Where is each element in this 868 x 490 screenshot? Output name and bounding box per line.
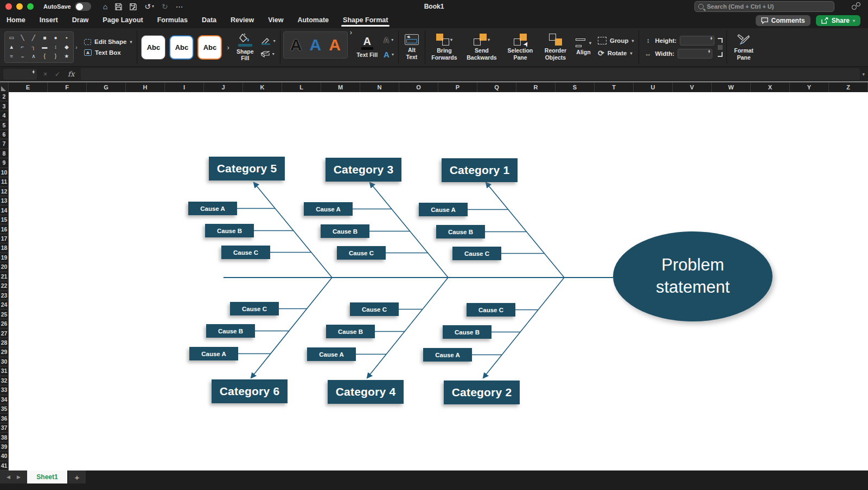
cause-box[interactable]: Cause A	[419, 203, 468, 216]
cause-box[interactable]: Cause A	[189, 347, 238, 360]
cause-box[interactable]: Cause C	[221, 246, 270, 259]
cause-box[interactable]: Cause B	[205, 224, 254, 237]
sheet-tab-bar: ◀ ▶ Sheet1 +	[0, 470, 868, 490]
problem-label: Problem statement	[639, 254, 747, 299]
category-box-bottom-1[interactable]: Category 6	[212, 379, 288, 403]
cause-box[interactable]: Cause C	[337, 246, 386, 260]
cause-box[interactable]: Cause A	[307, 347, 356, 361]
next-sheet-icon[interactable]: ▶	[17, 474, 21, 480]
category-box-top-2[interactable]: Category 3	[326, 158, 401, 182]
cause-box[interactable]: Cause A	[423, 348, 472, 362]
fishbone-diagram: Category 5Category 3Category 1Category 6…	[0, 0, 868, 490]
cause-box[interactable]: Cause A	[188, 202, 237, 215]
excel-window: AutoSave ⌂ ↺▾ ↻ ⋯ Book1 HomeInsertDrawPa…	[0, 0, 868, 490]
category-box-top-1[interactable]: Category 5	[209, 157, 285, 180]
sheet-tab-sheet1[interactable]: Sheet1	[27, 470, 67, 483]
cause-box[interactable]: Cause B	[436, 225, 485, 238]
prev-sheet-icon[interactable]: ◀	[7, 474, 10, 480]
cause-box[interactable]: Cause B	[443, 325, 492, 339]
cause-box[interactable]: Cause C	[230, 302, 279, 315]
cause-box[interactable]: Cause A	[304, 202, 353, 216]
category-box-bottom-3[interactable]: Category 2	[444, 381, 520, 404]
category-box-top-3[interactable]: Category 1	[442, 158, 518, 182]
cause-box[interactable]: Cause B	[321, 224, 369, 238]
problem-ellipse[interactable]: Problem statement	[613, 231, 773, 321]
cause-box[interactable]: Cause C	[452, 247, 501, 260]
cause-box[interactable]: Cause C	[467, 303, 515, 317]
category-box-bottom-2[interactable]: Category 4	[328, 380, 404, 404]
cause-box[interactable]: Cause B	[326, 325, 375, 338]
cause-box[interactable]: Cause B	[206, 324, 255, 338]
add-sheet-button[interactable]: +	[68, 470, 86, 483]
cause-box[interactable]: Cause C	[350, 302, 399, 316]
